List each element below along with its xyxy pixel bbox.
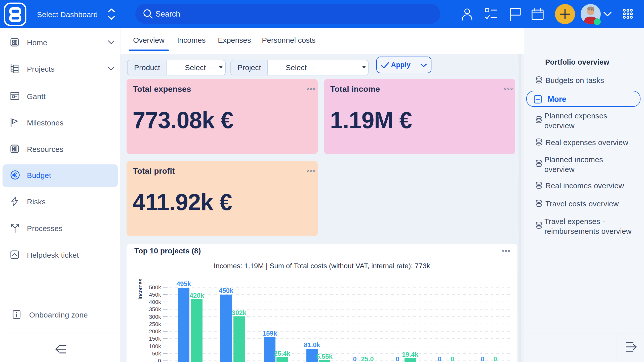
svg-text:50k: 50k <box>152 350 161 357</box>
svg-text:500k: 500k <box>149 284 161 291</box>
svg-text:400k: 400k <box>149 299 161 305</box>
svg-text:450k: 450k <box>219 287 233 294</box>
svg-text:250k: 250k <box>149 321 161 327</box>
svg-text:25.0: 25.0 <box>361 355 374 362</box>
svg-text:0: 0 <box>438 355 441 362</box>
svg-text:302k: 302k <box>232 309 247 316</box>
svg-text:0: 0 <box>353 355 356 362</box>
svg-text:Incomes: Incomes <box>137 279 143 299</box>
svg-text:100k: 100k <box>149 343 161 349</box>
svg-text:150k: 150k <box>149 336 161 342</box>
svg-text:0: 0 <box>493 355 497 362</box>
svg-text:0: 0 <box>481 355 484 362</box>
svg-text:200k: 200k <box>149 328 161 335</box>
svg-text:495k: 495k <box>177 280 191 288</box>
svg-text:81.0k: 81.0k <box>304 341 320 349</box>
svg-text:450k: 450k <box>149 292 161 298</box>
svg-text:420k: 420k <box>190 292 204 299</box>
svg-text:19.4k: 19.4k <box>402 351 419 358</box>
svg-text:5.55k: 5.55k <box>316 353 333 360</box>
svg-text:25.4k: 25.4k <box>274 350 291 357</box>
svg-text:350k: 350k <box>149 306 161 312</box>
svg-text:0: 0 <box>396 355 399 362</box>
svg-text:0: 0 <box>451 355 454 362</box>
svg-text:0: 0 <box>158 358 161 362</box>
svg-text:300k: 300k <box>149 314 161 320</box>
svg-text:159k: 159k <box>263 330 277 337</box>
